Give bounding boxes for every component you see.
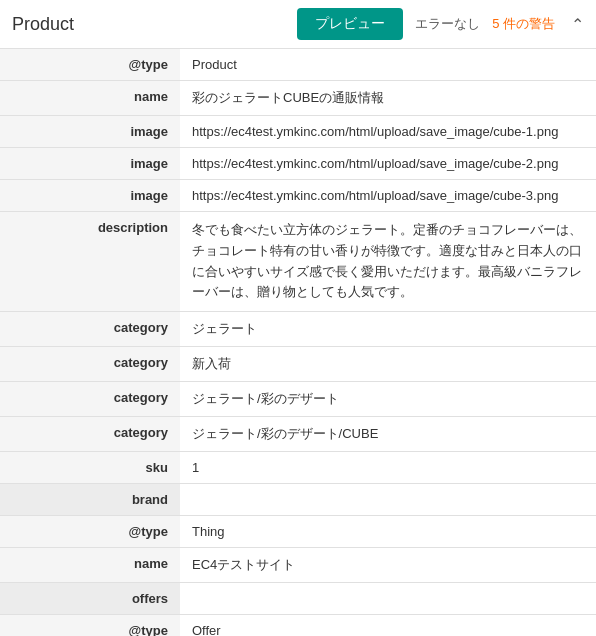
table-row-key: @type bbox=[0, 615, 180, 636]
page-header: Product プレビュー エラーなし 5 件の警告 ⌃ bbox=[0, 0, 596, 49]
table-row-value: Offer bbox=[180, 615, 596, 636]
table-row-key: image bbox=[0, 116, 180, 148]
preview-button[interactable]: プレビュー bbox=[297, 8, 403, 40]
table-row-value: ジェラート bbox=[180, 312, 596, 347]
page-title: Product bbox=[12, 14, 285, 35]
table-row-value: https://ec4test.ymkinc.com/html/upload/s… bbox=[180, 148, 596, 180]
table-row-key: image bbox=[0, 180, 180, 212]
table-row-key: @type bbox=[0, 49, 180, 81]
table-row-key: category bbox=[0, 347, 180, 382]
collapse-icon[interactable]: ⌃ bbox=[571, 15, 584, 34]
table-row-key: @type bbox=[0, 516, 180, 548]
table-row-value bbox=[180, 484, 596, 516]
table-row-key: description bbox=[0, 212, 180, 312]
table-row-key: sku bbox=[0, 452, 180, 484]
product-table: @typeProductname彩のジェラートCUBEの通販情報imagehtt… bbox=[0, 49, 596, 636]
table-row-value: 新入荷 bbox=[180, 347, 596, 382]
table-row-value: Thing bbox=[180, 516, 596, 548]
table-row-value: Product bbox=[180, 49, 596, 81]
warning-status: 5 件の警告 bbox=[492, 15, 555, 33]
table-row-value: ジェラート/彩のデザート bbox=[180, 382, 596, 417]
table-row-key: category bbox=[0, 417, 180, 452]
table-row-key: category bbox=[0, 382, 180, 417]
table-row-value: ジェラート/彩のデザート/CUBE bbox=[180, 417, 596, 452]
table-row-value: 彩のジェラートCUBEの通販情報 bbox=[180, 81, 596, 116]
table-row-value: 冬でも食べたい立方体のジェラート。定番のチョコフレーバーは、チョコレート特有の甘… bbox=[180, 212, 596, 312]
table-row-value: https://ec4test.ymkinc.com/html/upload/s… bbox=[180, 116, 596, 148]
table-row-value: 1 bbox=[180, 452, 596, 484]
no-error-status: エラーなし bbox=[415, 15, 480, 33]
table-row-key: brand bbox=[0, 484, 180, 516]
table-row-value: EC4テストサイト bbox=[180, 548, 596, 583]
table-row-key: name bbox=[0, 81, 180, 116]
table-row-value: https://ec4test.ymkinc.com/html/upload/s… bbox=[180, 180, 596, 212]
table-row-key: category bbox=[0, 312, 180, 347]
table-row-key: offers bbox=[0, 583, 180, 615]
table-row-value bbox=[180, 583, 596, 615]
table-row-key: name bbox=[0, 548, 180, 583]
table-row-key: image bbox=[0, 148, 180, 180]
